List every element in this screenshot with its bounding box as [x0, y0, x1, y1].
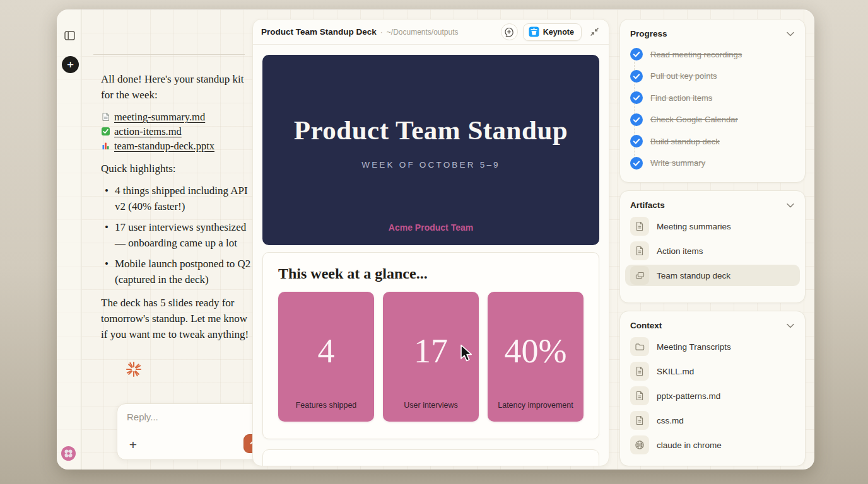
check-circle-icon: [630, 157, 643, 170]
document-icon: [630, 362, 649, 381]
chevron-down-icon[interactable]: [786, 202, 795, 209]
stat-value: 4: [278, 292, 374, 401]
artifacts-title: Artifacts: [630, 200, 665, 210]
context-item-claude-in-chrome[interactable]: claude in chrome: [625, 434, 800, 456]
file-link-row: meeting-summary.md: [101, 110, 251, 124]
context-item-css-md[interactable]: css.md: [625, 410, 800, 431]
context-item-label: SKILL.md: [657, 367, 694, 376]
progress-item-label: Find action items: [650, 93, 712, 103]
progress-item-label: Read meeting recordings: [650, 50, 742, 59]
icon-rail: +: [57, 9, 82, 470]
slide-glance-card: This week at a glance... 4 Features ship…: [262, 252, 599, 439]
artifact-item-meeting-summaries[interactable]: Meeting summaries: [625, 216, 800, 237]
document-icon: [630, 386, 649, 405]
bar-chart-icon: [101, 141, 110, 151]
artifact-item-label: Action items: [657, 246, 703, 256]
add-comment-button[interactable]: [501, 23, 518, 40]
chat-panel: All done! Here's your standup kit for th…: [82, 9, 250, 470]
attach-plus-button[interactable]: +: [126, 439, 140, 452]
chevron-down-icon[interactable]: [786, 323, 795, 329]
progress-item-label: Build standup deck: [650, 137, 720, 146]
file-link-meeting-summary[interactable]: meeting-summary.md: [114, 109, 205, 125]
artifacts-list: Meeting summaries Action items Team stan…: [630, 216, 795, 286]
progress-card: Progress Read meeting recordings Pull ou…: [619, 19, 806, 183]
check-circle-icon: [630, 48, 643, 60]
stat-card-latency: 40% Latency improvement: [488, 292, 584, 422]
artifact-item-team-standup-deck[interactable]: Team standup deck: [625, 265, 800, 286]
check-circle-icon: [630, 113, 643, 126]
stat-value: 40%: [488, 292, 584, 401]
artifact-item-label: Meeting summaries: [657, 222, 731, 231]
file-link-action-items[interactable]: action-items.md: [114, 124, 182, 139]
progress-item: Write summary: [630, 157, 795, 170]
progress-item-label: Check Google Calendar: [650, 115, 738, 124]
context-item-label: pptx-patterns.md: [657, 391, 720, 401]
title-separator: ·: [380, 28, 383, 37]
document-header: Product Team Standup Deck · ~/Documents/…: [253, 20, 609, 45]
glance-heading: This week at a glance...: [278, 265, 584, 282]
file-link-row: action-items.md: [101, 124, 251, 139]
artifact-item-action-items[interactable]: Action items: [625, 240, 800, 262]
slide-title: Product Team Standup: [262, 55, 599, 146]
slide-subtitle: WEEK OF OCTOBER 5–9: [262, 160, 599, 170]
chevron-down-icon[interactable]: [786, 31, 795, 37]
context-item-label: claude in chrome: [657, 441, 722, 450]
keynote-app-icon: [529, 26, 539, 37]
artifacts-header: Artifacts: [630, 200, 795, 210]
message-divider: [93, 54, 245, 55]
document-icon: [630, 217, 649, 236]
context-item-label: Meeting Transcripts: [657, 342, 731, 352]
file-link-standup-deck[interactable]: team-standup-deck.pptx: [114, 138, 214, 154]
highlight-item: 17 user interviews synthesized — onboard…: [103, 220, 251, 251]
progress-item: Build standup deck: [630, 135, 795, 147]
slide-next-card: [262, 449, 599, 466]
artifacts-card: Artifacts Meeting summaries Action items: [619, 190, 806, 303]
stat-label: Features shipped: [278, 401, 374, 410]
highlights-title: Quick highlights:: [101, 161, 251, 176]
check-circle-icon: [630, 91, 643, 104]
assistant-message: All done! Here's your standup kit for th…: [101, 71, 251, 349]
progress-item: Check Google Calendar: [630, 113, 795, 126]
reply-box[interactable]: +: [117, 403, 270, 460]
highlight-item: 4 things shipped including API v2 (40% f…: [103, 183, 251, 214]
message-intro: All done! Here's your standup kit for th…: [101, 71, 251, 103]
app-window: + All done! Here's your standup kit for …: [57, 9, 814, 470]
page-icon: [101, 112, 110, 122]
user-avatar[interactable]: [61, 446, 76, 461]
sidebar-toggle-icon[interactable]: [64, 31, 75, 40]
progress-item: Pull out key points: [630, 70, 795, 83]
context-item-label: css.md: [657, 416, 684, 425]
globe-icon: [630, 435, 649, 454]
new-chat-button[interactable]: +: [62, 56, 79, 73]
stat-value: 17: [383, 292, 479, 401]
document-panel: Product Team Standup Deck · ~/Documents/…: [252, 19, 609, 466]
reply-input[interactable]: [127, 412, 253, 422]
message-closing: The deck has 5 slides ready for tomorrow…: [101, 295, 251, 342]
highlights-list: 4 things shipped including API v2 (40% f…: [103, 183, 251, 287]
stat-label: Latency improvement: [488, 401, 584, 410]
context-header: Context: [630, 321, 795, 330]
progress-item-label: Pull out key points: [650, 71, 717, 81]
slide-title-card: Product Team Standup WEEK OF OCTOBER 5–9…: [262, 55, 599, 245]
comment-plus-icon: [504, 27, 514, 37]
context-item-pptx-patterns-md[interactable]: pptx-patterns.md: [625, 385, 800, 406]
progress-list: Read meeting recordings Pull out key poi…: [630, 48, 795, 170]
check-circle-icon: [630, 135, 643, 147]
keynote-button-label: Keynote: [543, 28, 574, 37]
context-item-skill-md[interactable]: SKILL.md: [625, 360, 800, 382]
check-green-icon: [101, 127, 110, 136]
slide-footer: Acme Product Team: [262, 222, 599, 233]
document-path: ~/Documents/outputs: [387, 28, 501, 37]
open-in-keynote-button[interactable]: Keynote: [523, 23, 582, 41]
progress-item: Find action items: [630, 91, 795, 104]
context-item-meeting-transcripts[interactable]: Meeting Transcripts: [625, 336, 800, 357]
document-icon: [630, 411, 649, 430]
document-scroll-area[interactable]: Product Team Standup WEEK OF OCTOBER 5–9…: [253, 45, 609, 466]
highlight-item: Mobile launch postponed to Q2 (captured …: [103, 256, 251, 287]
file-link-row: team-standup-deck.pptx: [101, 139, 251, 153]
collapse-panel-button[interactable]: [588, 26, 601, 38]
progress-item-label: Write summary: [650, 158, 705, 168]
document-title: Product Team Standup Deck: [261, 27, 377, 37]
stat-label: User interviews: [383, 401, 479, 410]
artifact-item-label: Team standup deck: [657, 271, 730, 280]
